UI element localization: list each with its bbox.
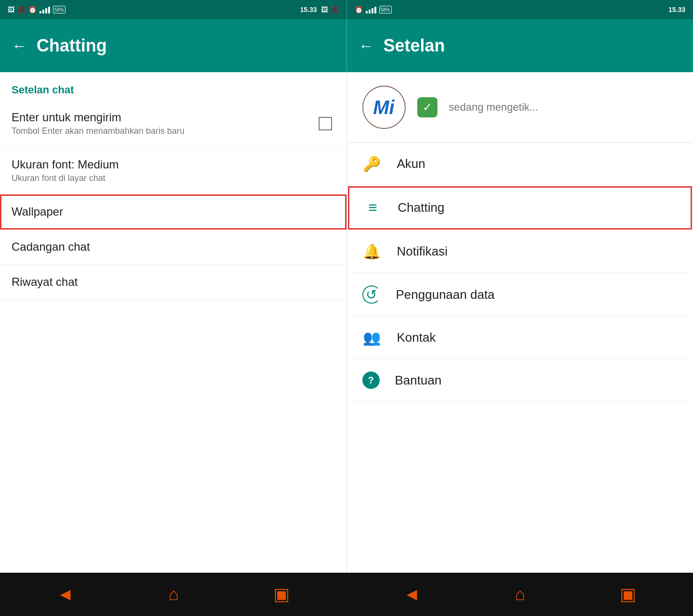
nav-back-left[interactable]: ◄	[57, 584, 74, 604]
time-left: 15.33	[300, 6, 317, 13]
profile-area: Mi ✓ sedang mengetik...	[347, 72, 693, 143]
setting-wallpaper[interactable]: Wallpaper	[0, 194, 346, 230]
menu-data-label: Penggunaan data	[396, 287, 495, 302]
setting-backup-title: Cadangan chat	[12, 240, 335, 254]
avatar: Mi	[362, 86, 406, 129]
time-right: 15.33	[668, 6, 685, 13]
help-icon: ?	[362, 372, 380, 389]
status-icons-left: 🖼 ⬛ ⏰ 58%	[8, 6, 65, 13]
gallery-icon: 🖼	[8, 6, 14, 13]
status-icons-right-l: 🖼 ⬛	[321, 6, 339, 13]
bbm-icon-left: ⬛	[17, 6, 26, 13]
menu-notifikasi[interactable]: 🔔 Notifikasi	[347, 231, 693, 273]
typing-text: sedang mengetik...	[449, 101, 539, 114]
bottom-nav-right: ◄ ⌂ ▣	[346, 584, 693, 604]
status-bar-right: ⏰ 58% 15.33	[347, 0, 693, 19]
contacts-icon: 👥	[362, 329, 382, 346]
setting-font-subtitle: Ukuran font di layar chat	[12, 173, 335, 183]
menu-chatting-label: Chatting	[398, 200, 445, 215]
nav-back-right[interactable]: ◄	[403, 584, 421, 604]
clock-icon-right: ⏰	[355, 6, 363, 13]
back-button-right[interactable]: ←	[359, 37, 374, 55]
signal-left	[39, 6, 50, 13]
app-bar-title-right: Setelan	[384, 36, 445, 56]
right-panel: Mi ✓ sedang mengetik... 🔑 Akun ≡ Chattin…	[347, 72, 693, 573]
signal-right	[366, 6, 376, 13]
left-panel: Setelan chat Enter untuk mengirim Tombol…	[0, 72, 347, 573]
menu-bantuan[interactable]: ? Bantuan	[347, 359, 693, 402]
gallery-icon-2: 🖼	[321, 6, 328, 13]
avatar-text: Mi	[373, 97, 394, 118]
battery-right: 58%	[379, 6, 392, 13]
nav-recents-right[interactable]: ▣	[620, 584, 636, 604]
bbm-icon-2: ⬛	[331, 6, 339, 13]
setting-wallpaper-title: Wallpaper	[12, 205, 335, 218]
clock-icon-left: ⏰	[28, 6, 37, 13]
nav-home-right[interactable]: ⌂	[515, 584, 526, 604]
bottom-nav: ◄ ⌂ ▣ ◄ ⌂ ▣	[0, 573, 693, 616]
battery-left: 58%	[53, 6, 65, 13]
app-bar: ← Chatting ← Setelan	[0, 19, 693, 72]
app-bar-title-left: Chatting	[37, 36, 107, 56]
data-icon: ↺	[362, 285, 381, 304]
setting-enter-title: Enter untuk mengirim	[12, 111, 335, 124]
back-button-left[interactable]: ←	[12, 37, 27, 55]
setting-font-title: Ukuran font: Medium	[12, 158, 335, 171]
status-icons-right: ⏰ 58%	[355, 6, 392, 13]
check-icon: ✓	[423, 101, 432, 114]
app-bar-right: ← Setelan	[347, 19, 693, 72]
setting-backup[interactable]: Cadangan chat	[0, 230, 346, 265]
status-bar-left: 🖼 ⬛ ⏰ 58% 15.33 🖼 ⬛	[0, 0, 346, 19]
setting-history[interactable]: Riwayat chat	[0, 265, 346, 300]
menu-bantuan-label: Bantuan	[395, 373, 442, 388]
chat-icon: ≡	[363, 199, 383, 217]
setting-history-title: Riwayat chat	[12, 275, 335, 289]
setting-font-size[interactable]: Ukuran font: Medium Ukuran font di layar…	[0, 147, 346, 194]
nav-recents-left[interactable]: ▣	[273, 584, 290, 604]
main-content: Setelan chat Enter untuk mengirim Tombol…	[0, 72, 693, 573]
menu-data[interactable]: ↺ Penggunaan data	[347, 273, 693, 317]
menu-akun-label: Akun	[397, 156, 425, 171]
menu-kontak[interactable]: 👥 Kontak	[347, 317, 693, 359]
menu-kontak-label: Kontak	[397, 330, 436, 345]
menu-notifikasi-label: Notifikasi	[397, 244, 448, 259]
setting-enter-to-send[interactable]: Enter untuk mengirim Tombol Enter akan m…	[0, 100, 346, 147]
key-icon: 🔑	[362, 155, 382, 172]
bottom-nav-left: ◄ ⌂ ▣	[0, 584, 346, 604]
bell-icon: 🔔	[362, 243, 382, 260]
menu-chatting[interactable]: ≡ Chatting	[348, 186, 693, 230]
section-header: Setelan chat	[0, 72, 346, 100]
nav-home-left[interactable]: ⌂	[168, 584, 179, 604]
app-bar-left: ← Chatting	[0, 19, 346, 72]
online-badge: ✓	[417, 97, 437, 117]
status-bar: 🖼 ⬛ ⏰ 58% 15.33 🖼 ⬛ ⏰ 5	[0, 0, 693, 19]
menu-akun[interactable]: 🔑 Akun	[347, 143, 693, 185]
checkbox-enter[interactable]	[319, 117, 332, 130]
setting-enter-subtitle: Tombol Enter akan menambahkan baris baru	[12, 126, 335, 136]
